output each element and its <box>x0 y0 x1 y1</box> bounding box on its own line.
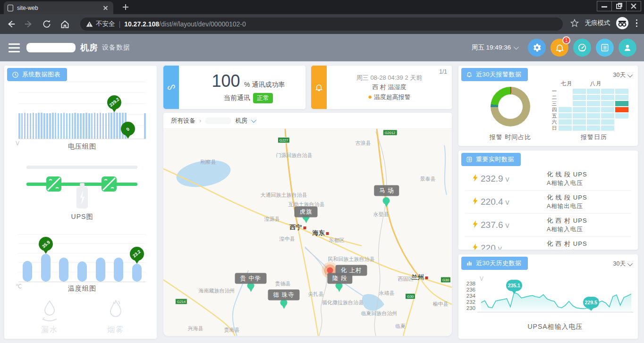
calendar-day-cell[interactable] <box>615 101 628 106</box>
alarm-message: ● 温度超高报警 <box>334 92 445 102</box>
calendar-day-cell[interactable] <box>587 119 600 125</box>
realtime-row[interactable]: 237.6V化 西 村 UPSA相输入电压 <box>465 214 631 236</box>
chevron-down-icon[interactable] <box>251 117 256 122</box>
calendar-day-cell[interactable] <box>615 113 628 118</box>
restore-button[interactable] <box>611 1 627 11</box>
calendar-day-cell[interactable] <box>587 101 600 106</box>
calendar-day-cell[interactable] <box>573 89 586 94</box>
map-place-label: 临夏回族自治州 <box>361 310 398 317</box>
calendar-day-cell[interactable] <box>601 95 614 100</box>
realtime-data-panel: 重要实时数据 232.9V化 线 段 UPSA相输入电压220.4V化 线 段 … <box>458 150 638 250</box>
map-place-label: 临夏 <box>395 323 406 330</box>
calendar-day-cell[interactable] <box>559 125 572 131</box>
page-subtitle: 设备数据 <box>102 43 130 52</box>
list-icon <box>466 156 473 163</box>
device-tooltip[interactable]: 德 珠寺 <box>268 290 300 301</box>
user-button[interactable] <box>619 39 636 57</box>
gauge-button[interactable] <box>573 39 591 57</box>
calendar-day-cell[interactable] <box>615 95 628 100</box>
calendar-day-cell[interactable] <box>573 119 586 125</box>
voltage-bar <box>72 113 74 139</box>
realtime-row[interactable]: 220V化 西 村 UPSA相输出电压 <box>465 237 631 250</box>
calendar-day-cell[interactable] <box>587 125 600 131</box>
voltage-bar <box>21 113 23 139</box>
new-tab-button[interactable] <box>122 3 129 11</box>
menu-toggle-button[interactable] <box>8 43 20 52</box>
voltage-bar <box>113 112 115 139</box>
map-place-label: 海南藏族自治州 <box>199 287 235 294</box>
range-select[interactable]: 30天 <box>613 71 631 79</box>
calendar-day-cell[interactable] <box>573 95 586 100</box>
calendar-day-cell[interactable] <box>615 107 628 112</box>
security-chip[interactable]: 不安全 <box>86 20 115 28</box>
alarm-bell-button[interactable]: 1 <box>551 39 568 57</box>
device-tooltip[interactable]: 虎旗 <box>295 207 318 218</box>
voltage-bar <box>27 113 29 139</box>
list-icon <box>600 43 610 52</box>
app-header: 机房 设备数据 周五 19:49:36 1 <box>0 34 644 61</box>
forward-button[interactable] <box>22 17 36 31</box>
warning-icon <box>86 21 93 27</box>
map-city-label: 海东 <box>313 229 329 237</box>
calendar-day-cell[interactable] <box>601 107 614 112</box>
range-select[interactable]: 30天 <box>613 260 631 268</box>
voltage-bar <box>18 113 20 139</box>
datetime-display[interactable]: 周五 19:49:36 <box>472 43 517 52</box>
calendar-day-cell[interactable] <box>573 125 586 131</box>
voltage-bar <box>110 113 112 139</box>
realtime-value: 220.4V <box>473 197 509 207</box>
panel-title-ribbon: 系统数据图表 <box>7 68 67 81</box>
device-tooltip[interactable]: 马 场 <box>374 185 399 196</box>
map-viewport[interactable]: 刚察县门源回族自治县古浪县景泰县大通回族土族自治县互助土族自治县湟源县湟中县乐都… <box>163 129 452 336</box>
device-tooltip[interactable]: 隆 段 <box>327 273 352 284</box>
calendar-day-cell[interactable] <box>587 113 600 118</box>
calendar-day-cell[interactable] <box>601 125 614 131</box>
back-button[interactable] <box>4 17 18 31</box>
calendar-day-cell[interactable] <box>559 119 572 125</box>
tab-close-icon[interactable] <box>102 4 110 12</box>
minimize-button[interactable] <box>597 1 612 11</box>
calendar-day-cell[interactable] <box>601 113 614 118</box>
calendar-day-cell[interactable] <box>587 107 600 112</box>
calendar-day-cell[interactable] <box>573 113 586 118</box>
temperature-bar <box>41 254 51 282</box>
browser-menu-button[interactable] <box>634 19 640 27</box>
realtime-row[interactable]: 232.9V化 线 段 UPSA相输入电压 <box>465 168 631 190</box>
calendar-day-cell[interactable] <box>573 101 586 106</box>
latest-alarm-card: 1/1 周三 08-28 04:39 2 天前 西 村 温湿度 ● 温度超高报警 <box>311 65 452 109</box>
refresh-button[interactable] <box>40 17 54 31</box>
voltage-bar <box>91 113 93 139</box>
map-place-label: 贵德县 <box>275 280 291 287</box>
calendar-day-cell[interactable] <box>601 89 614 94</box>
device-tooltip[interactable]: 贵 中学 <box>235 273 267 284</box>
calendar-day-cell[interactable] <box>559 113 572 118</box>
browser-tab[interactable]: site-web <box>4 1 113 14</box>
calendar-weekday-label: 二 <box>552 94 557 101</box>
calendar-day-cell[interactable] <box>601 101 614 106</box>
bell-icon <box>555 43 565 53</box>
url-text: 10.27.2.108/dist/#/layout/dev/00000102-0 <box>124 20 246 28</box>
calendar-day-cell[interactable] <box>587 95 600 100</box>
breadcrumb-root[interactable]: 所有设备 <box>171 117 195 125</box>
road-badge: G30 <box>441 277 451 283</box>
calendar-day-cell[interactable] <box>573 107 586 112</box>
calendar-day-cell[interactable] <box>587 89 600 94</box>
voltage-bar <box>30 113 32 139</box>
alarm-content[interactable]: 周三 08-28 04:39 2 天前 西 村 温湿度 ● 温度超高报警 <box>334 73 445 102</box>
bookmark-star-icon[interactable] <box>570 18 579 28</box>
calendar-day-cell[interactable] <box>559 107 572 112</box>
address-bar[interactable]: 不安全 | 10.27.2.108/dist/#/layout/dev/0000… <box>80 17 563 31</box>
realtime-value: 232.9V <box>473 174 509 184</box>
calendar-day-cell[interactable] <box>615 89 628 94</box>
close-button[interactable] <box>626 1 641 11</box>
settings-button[interactable] <box>528 39 546 57</box>
list-button[interactable] <box>596 39 614 57</box>
voltage-bar <box>38 113 40 139</box>
home-button[interactable] <box>58 17 72 31</box>
realtime-row[interactable]: 220.4V化 线 段 UPSA相输出电压 <box>465 191 631 213</box>
calendar-day-cell[interactable] <box>601 119 614 125</box>
voltage-bar <box>52 113 54 139</box>
map-place-label: 贵南县 <box>224 326 240 334</box>
device-marker[interactable] <box>383 197 390 204</box>
breadcrumb-current[interactable]: 机房 <box>235 117 247 125</box>
